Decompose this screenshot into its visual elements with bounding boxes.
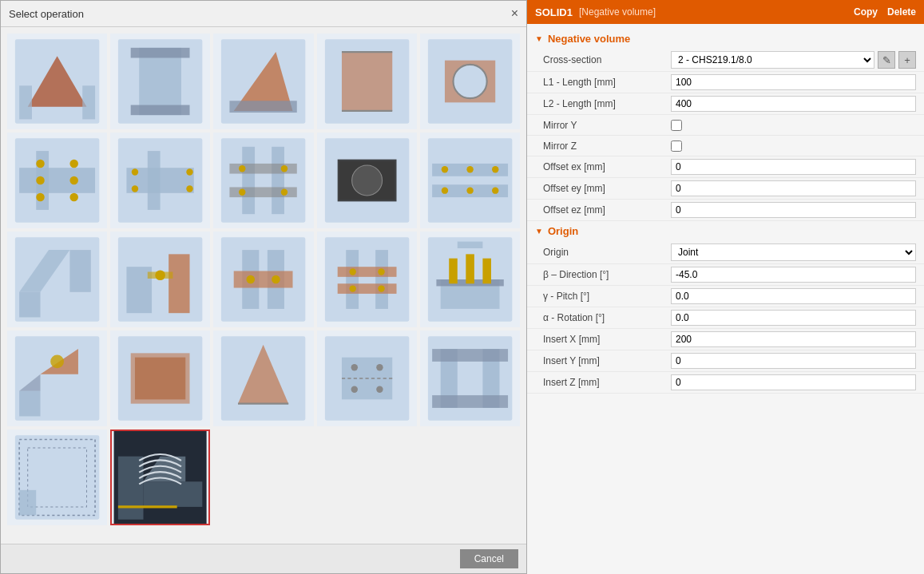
negative-volume-section-header[interactable]: ▼ Negative volume [527, 29, 924, 49]
grid-item-1[interactable] [7, 34, 107, 129]
svg-point-56 [492, 187, 498, 193]
grid-item-2[interactable] [110, 34, 210, 129]
offset-ez-label: Offset ez [mm] [543, 204, 671, 216]
grid-item-20[interactable] [420, 331, 520, 426]
svg-point-23 [36, 176, 45, 185]
gamma-pitch-label: γ - Pitch [°] [543, 291, 671, 302]
svg-point-43 [281, 189, 288, 196]
insert-x-input-wrap [671, 331, 916, 347]
l2-length-row: L2 - Length [mm] [527, 93, 924, 115]
svg-point-26 [69, 176, 78, 185]
operation-grid [1, 27, 526, 544]
gamma-pitch-input[interactable] [671, 288, 916, 304]
l1-length-input[interactable] [671, 74, 916, 90]
alpha-rotation-label: α - Rotation [°] [543, 312, 671, 323]
insert-z-input-wrap [671, 374, 916, 390]
svg-rect-36 [243, 147, 256, 214]
insert-z-input[interactable] [671, 374, 916, 390]
add-icon: + [904, 54, 910, 66]
offset-ex-input[interactable] [671, 159, 916, 175]
svg-rect-73 [346, 250, 359, 309]
mirror-z-checkbox[interactable] [671, 141, 682, 152]
grid-item-21[interactable] [7, 430, 107, 525]
svg-point-47 [351, 165, 382, 196]
svg-point-40 [239, 165, 245, 172]
svg-rect-87 [458, 242, 483, 248]
svg-point-25 [69, 160, 78, 168]
grid-item-5[interactable] [420, 34, 520, 129]
offset-ez-input-wrap [671, 202, 916, 218]
l1-length-label: L1 - Length [mm] [543, 77, 671, 88]
grid-item-10[interactable] [420, 133, 520, 228]
grid-item-22-selected[interactable] [110, 430, 210, 525]
insert-x-input[interactable] [671, 331, 916, 347]
grid-item-15[interactable] [420, 232, 520, 327]
svg-rect-74 [375, 250, 388, 309]
svg-rect-30 [148, 151, 161, 210]
grid-item-18[interactable] [213, 331, 313, 426]
beta-direction-input[interactable] [671, 267, 916, 283]
svg-rect-2 [19, 85, 32, 119]
svg-rect-58 [19, 292, 40, 318]
origin-title: Origin [548, 225, 578, 237]
insert-y-row: Insert Y [mm] [527, 350, 924, 372]
offset-ex-row: Offset ex [mm] [527, 156, 924, 178]
solid-title: SOLID1 [535, 6, 573, 18]
svg-rect-75 [337, 267, 396, 277]
close-button[interactable]: × [511, 7, 518, 20]
left-panel: Select operation × [0, 0, 527, 574]
grid-item-16[interactable] [7, 331, 107, 426]
grid-item-14[interactable] [317, 232, 417, 327]
svg-rect-7 [131, 105, 190, 116]
grid-item-4[interactable] [317, 34, 417, 129]
cross-section-label: Cross-section [543, 54, 671, 65]
svg-rect-117 [144, 481, 203, 507]
right-panel-header: SOLID1 [Negative volume] Copy Delete [527, 0, 924, 24]
mirror-y-checkbox[interactable] [671, 120, 682, 131]
grid-item-6[interactable] [7, 133, 107, 228]
edit-icon-btn[interactable]: ✎ [878, 51, 895, 69]
offset-ey-label: Offset ey [mm] [543, 183, 671, 194]
grid-item-8[interactable] [213, 133, 313, 228]
svg-rect-35 [221, 138, 305, 222]
delete-button[interactable]: Delete [887, 6, 916, 18]
svg-point-103 [376, 364, 383, 370]
left-panel-header: Select operation × [1, 1, 526, 27]
header-actions: Copy Delete [854, 6, 916, 18]
offset-ey-input[interactable] [671, 180, 916, 196]
grid-item-3[interactable] [213, 34, 313, 129]
svg-rect-48 [428, 138, 512, 222]
grid-item-19[interactable] [317, 331, 417, 426]
mirror-y-label: Mirror Y [543, 120, 671, 131]
origin-section-header[interactable]: ▼ Origin [527, 221, 924, 241]
l2-length-input-wrap [671, 96, 916, 112]
svg-point-52 [466, 166, 473, 172]
grid-item-17[interactable] [110, 331, 210, 426]
insert-x-label: Insert X [mm] [543, 334, 671, 345]
grid-item-9[interactable] [317, 133, 417, 228]
grid-item-13[interactable] [213, 232, 313, 327]
svg-point-71 [272, 275, 281, 284]
cross-section-select[interactable]: 2 - CHS219.1/8.0 [671, 51, 874, 69]
offset-ex-label: Offset ex [mm] [543, 161, 671, 172]
grid-item-12[interactable] [110, 232, 210, 327]
svg-point-105 [376, 386, 383, 392]
svg-point-33 [186, 168, 192, 175]
edit-icon: ✎ [882, 54, 891, 66]
copy-button[interactable]: Copy [854, 6, 878, 18]
origin-select[interactable]: Joint [671, 243, 916, 261]
svg-point-77 [349, 268, 355, 275]
svg-point-78 [378, 268, 384, 275]
l2-length-input[interactable] [671, 96, 916, 112]
properties-container: ▼ Negative volume Cross-section 2 - CHS2… [527, 24, 924, 574]
mirror-z-row: Mirror Z [527, 136, 924, 156]
add-icon-btn[interactable]: + [898, 51, 916, 69]
offset-ez-input[interactable] [671, 202, 916, 218]
grid-item-11[interactable] [7, 232, 107, 327]
insert-y-input[interactable] [671, 353, 916, 369]
alpha-rotation-input[interactable] [671, 310, 916, 326]
grid-item-7[interactable] [110, 133, 210, 228]
cancel-button[interactable]: Cancel [460, 549, 518, 568]
insert-z-row: Insert Z [mm] [527, 372, 924, 394]
beta-direction-label: β – Direction [°] [543, 269, 671, 280]
